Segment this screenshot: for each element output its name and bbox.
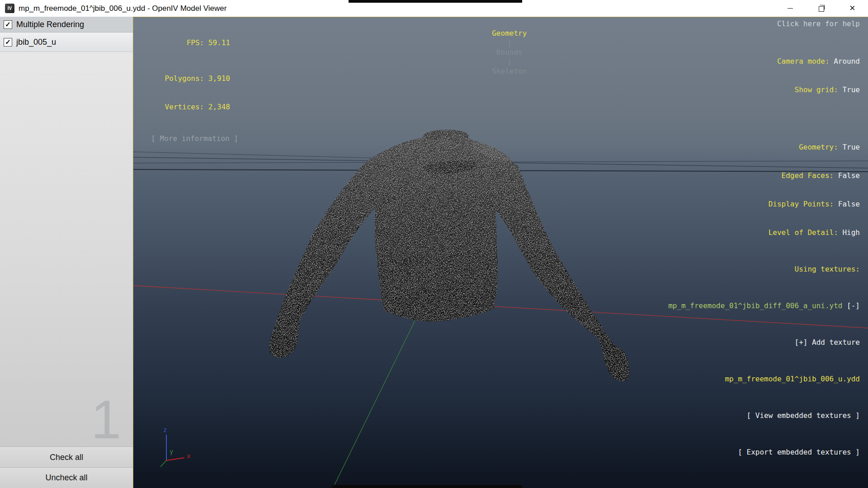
textures-heading: Using textures: bbox=[668, 263, 860, 275]
minimize-icon bbox=[788, 8, 793, 9]
mode-separator: | bbox=[507, 38, 512, 47]
texture-file-name: mp_m_freemode_01^jbib_diff_006_a_uni.ytd bbox=[668, 301, 842, 310]
multiple-rendering-checkbox[interactable]: ✓ bbox=[4, 20, 12, 29]
axis-x-label: x bbox=[187, 452, 190, 460]
mode-separator: | bbox=[507, 57, 512, 66]
setting-geometry: Geometry: True bbox=[769, 142, 860, 152]
setting-level-of-detail: Level of Detail: High bbox=[769, 228, 860, 237]
setting-edged-faces: Edged Faces: False bbox=[769, 171, 860, 180]
setting-show-grid: Show grid: True bbox=[769, 85, 860, 94]
window-title: mp_m_freemode_01^jbib_006_u.ydd - OpenIV… bbox=[19, 4, 226, 13]
add-texture-button[interactable]: [+] Add texture bbox=[668, 336, 860, 348]
gizmo-x-axis bbox=[166, 458, 184, 460]
collar-opening bbox=[424, 130, 469, 142]
close-button[interactable]: × bbox=[837, 0, 868, 17]
sidebar-item-jbib-005-u[interactable]: ✓ jbib_005_u bbox=[0, 33, 133, 52]
view-embedded-textures-button[interactable]: [ View embedded textures ] bbox=[668, 409, 860, 422]
sidebar-item-label: Multiple Rendering bbox=[16, 20, 84, 29]
mode-skeleton[interactable]: Skeleton bbox=[492, 67, 527, 75]
render-mode-switcher: Geometry | Bounds | Skeleton bbox=[133, 19, 868, 85]
model-file-name: mp_m_freemode_01^jbib_006_u.ydd bbox=[668, 373, 860, 385]
axis-gizmo: z y x bbox=[160, 426, 190, 467]
setting-camera-mode: Camera mode: Around bbox=[769, 56, 860, 66]
more-information-link[interactable]: [ More information ] bbox=[133, 134, 238, 143]
export-embedded-textures-button[interactable]: [ Export embedded textures ] bbox=[668, 446, 860, 458]
axis-y-label: y bbox=[170, 448, 173, 455]
sidebar: ✓ Multiple Rendering ✓ jbib_005_u 1 Chec… bbox=[0, 17, 133, 488]
checkmark-icon: ✓ bbox=[5, 21, 11, 28]
uncheck-all-button[interactable]: Uncheck all bbox=[0, 467, 133, 488]
restore-icon bbox=[819, 6, 824, 12]
viewer-settings: Camera mode: Around Show grid: True Geom… bbox=[769, 38, 860, 256]
settings-gap bbox=[769, 113, 860, 123]
model-shirt bbox=[269, 130, 629, 381]
mode-geometry[interactable]: Geometry bbox=[492, 29, 527, 38]
texture-row: mp_m_freemode_01^jbib_diff_006_a_uni.ytd… bbox=[668, 300, 860, 312]
app-icon: IV bbox=[5, 4, 14, 13]
axis-z-label: z bbox=[163, 426, 167, 433]
jbib-005-u-checkbox[interactable]: ✓ bbox=[4, 38, 12, 47]
restore-button[interactable] bbox=[806, 0, 837, 17]
textures-panel: Using textures: mp_m_freemode_01^jbib_di… bbox=[668, 239, 860, 483]
close-icon: × bbox=[849, 3, 855, 13]
sidebar-item-label: jbib_005_u bbox=[16, 38, 56, 47]
window-controls: × bbox=[774, 0, 868, 17]
screen-artifact-bottom bbox=[332, 485, 522, 488]
app-icon-label: IV bbox=[8, 6, 12, 11]
drawable-count-watermark: 1 bbox=[91, 392, 121, 446]
check-all-button[interactable]: Check all bbox=[0, 446, 133, 468]
setting-display-points: Display Points: False bbox=[769, 199, 860, 209]
model-viewport[interactable]: z y x FPS: 59.11 Polygons: 3,910 Vertice… bbox=[133, 17, 868, 488]
gizmo-y-axis bbox=[160, 460, 166, 467]
screen-artifact-top bbox=[349, 0, 522, 3]
mode-bounds[interactable]: Bounds bbox=[496, 48, 523, 56]
minimize-button[interactable] bbox=[774, 0, 806, 17]
checkmark-icon: ✓ bbox=[5, 38, 11, 45]
help-link[interactable]: Click here for help bbox=[777, 19, 860, 28]
remove-texture-button[interactable]: [-] bbox=[847, 301, 860, 310]
sidebar-item-multiple-rendering[interactable]: ✓ Multiple Rendering bbox=[0, 17, 133, 33]
vertex-count: Vertices: 2,348 bbox=[133, 102, 238, 112]
